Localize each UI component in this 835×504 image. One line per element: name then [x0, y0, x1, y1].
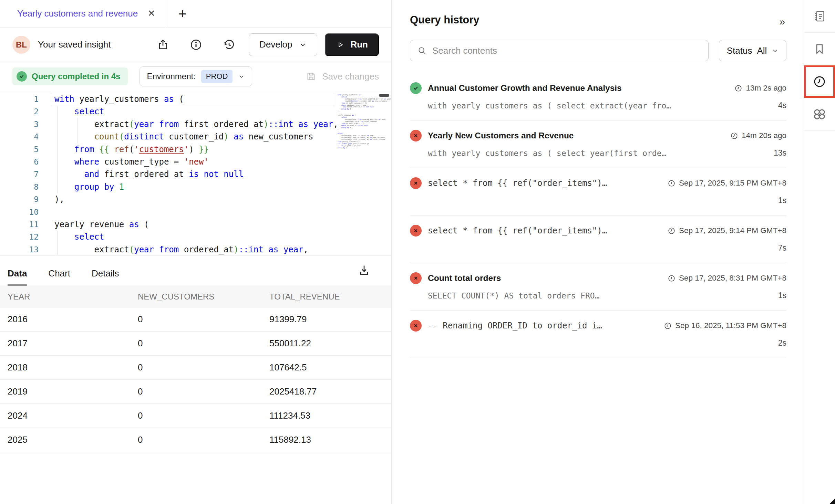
history-item-duration: 7s — [778, 243, 786, 253]
environment-value-badge: PROD — [201, 70, 233, 83]
code-text: select — [54, 231, 104, 243]
download-icon[interactable] — [358, 264, 371, 277]
sidebar-item-query-history[interactable] — [804, 65, 835, 98]
editor-line[interactable]: 5 from {{ ref('customers') }} — [0, 143, 391, 156]
table-row[interactable]: 20250115892.13 — [0, 428, 391, 452]
search-box[interactable] — [410, 40, 709, 61]
code-text: and first_ordered_at is not null — [54, 168, 244, 180]
table-row[interactable]: 20180107642.5 — [0, 356, 391, 380]
editor-line[interactable]: 13 extract(year from ordered_at)::int as… — [0, 243, 391, 255]
history-item-title: select * from {{ ref("order_items")… — [428, 226, 661, 235]
table-cell: 0 — [138, 314, 269, 325]
save-icon — [306, 71, 317, 82]
history-item[interactable]: Count total ordersSep 17, 2025, 8:31 PM … — [410, 263, 786, 311]
query-history-panel: Query history » Status All Annual Custom… — [392, 0, 803, 504]
resize-grip[interactable] — [829, 498, 835, 504]
tab-bar: Yearly customers and revenue ✕ + — [0, 0, 391, 28]
line-number: 6 — [0, 156, 39, 168]
editor-line[interactable]: 2 select — [0, 105, 391, 118]
sidebar-item-bookmarks[interactable] — [804, 33, 835, 65]
line-number: 13 — [0, 243, 39, 255]
panel-title: Query history — [410, 14, 786, 26]
bookmark-icon — [813, 42, 826, 55]
history-item-title: -- Renaming ORDER_ID to order_id i… — [428, 321, 658, 330]
history-item-row: Yearly New Customers and Revenue14m 20s … — [410, 130, 786, 141]
code-text: ), — [54, 193, 64, 206]
results-tab-bar: DataChartDetails — [0, 255, 391, 286]
editor-line[interactable]: 9), — [0, 193, 391, 206]
history-item-row: Annual Customer Growth and Revenue Analy… — [410, 82, 786, 94]
history-item[interactable]: Yearly New Customers and Revenue14m 20s … — [410, 120, 786, 168]
editor-line[interactable]: 6 where customer_type = 'new' — [0, 156, 391, 168]
tab-details[interactable]: Details — [92, 268, 119, 286]
sidebar-item-notebook[interactable] — [804, 0, 835, 33]
history-item-query-preview: with yearly_customers as ( select extrac… — [428, 101, 778, 110]
history-item[interactable]: -- Renaming ORDER_ID to order_id i…Sep 1… — [410, 311, 786, 358]
history-item[interactable]: select * from {{ ref("order_items")…Sep … — [410, 216, 786, 263]
timestamp-text: Sep 16, 2025, 11:53 PM GMT+8 — [675, 321, 786, 330]
table-row[interactable]: 2016091399.79 — [0, 307, 391, 332]
share-icon[interactable] — [156, 38, 169, 51]
table-cell: 111234.53 — [269, 410, 391, 421]
editor-line[interactable]: 10 — [0, 206, 391, 218]
table-row[interactable]: 20240111234.53 — [0, 404, 391, 428]
table-cell: 115892.13 — [269, 434, 391, 445]
column-header: TOTAL_REVENUE — [269, 292, 391, 302]
timestamp-text: 13m 2s ago — [746, 84, 786, 93]
history-item-row: 2s — [410, 338, 786, 348]
history-item[interactable]: select * from {{ ref("order_items")…Sep … — [410, 168, 786, 216]
sql-code-editor[interactable]: 1with yearly_customers as (2 select3 ext… — [0, 91, 391, 255]
code-text: yearly_revenue as ( — [54, 218, 149, 231]
editor-line[interactable]: 11yearly_revenue as ( — [0, 218, 391, 231]
environment-select[interactable]: Environment: PROD — [140, 66, 252, 86]
editor-minimap[interactable]: with yearly_customers as ( select extrac… — [338, 94, 380, 149]
tab-chart[interactable]: Chart — [48, 268, 70, 286]
notebook-icon — [813, 9, 826, 23]
indent-guide — [57, 231, 58, 255]
code-text: from {{ ref('customers') }} — [54, 143, 209, 156]
develop-button[interactable]: Develop — [249, 33, 317, 56]
line-number: 4 — [0, 130, 39, 143]
editor-line[interactable]: 12 select — [0, 231, 391, 243]
table-cell: 550011.22 — [269, 338, 391, 349]
status-filter-dropdown[interactable]: Status All — [719, 40, 786, 61]
table-row[interactable]: 20170550011.22 — [0, 332, 391, 356]
develop-label: Develop — [259, 39, 292, 50]
tab-close-icon[interactable]: ✕ — [147, 9, 155, 18]
editor-line[interactable]: 3 extract(year from first_ordered_at)::i… — [0, 118, 391, 130]
code-text: where customer_type = 'new' — [54, 156, 209, 168]
info-icon[interactable] — [189, 38, 203, 51]
table-row[interactable]: 201902025418.77 — [0, 380, 391, 404]
history-item-duration: 1s — [778, 196, 786, 205]
version-history-icon[interactable] — [223, 38, 236, 51]
sidebar-item-lineage[interactable] — [804, 98, 835, 131]
editor-line[interactable]: 4 count(distinct customer_id) as new_cus… — [0, 130, 391, 143]
editor-scrollbar-thumb[interactable] — [379, 94, 389, 97]
search-input[interactable] — [432, 45, 701, 56]
history-item-duration: 4s — [778, 101, 786, 110]
status-filter-label: Status — [727, 45, 752, 56]
indent-guide — [57, 106, 58, 193]
table-cell: 2025 — [8, 434, 138, 445]
save-changes-button[interactable]: Save changes — [306, 71, 379, 82]
search-icon — [417, 46, 427, 55]
chevron-down-icon — [299, 41, 307, 49]
editor-line[interactable]: 1with yearly_customers as ( — [0, 93, 391, 105]
collapse-panel-icon[interactable]: » — [779, 17, 785, 27]
history-item[interactable]: Annual Customer Growth and Revenue Analy… — [410, 73, 786, 120]
line-number: 3 — [0, 118, 39, 130]
history-item-timestamp: 14m 20s ago — [730, 131, 786, 140]
editor-line[interactable]: 7 and first_ordered_at is not null — [0, 168, 391, 180]
history-item-title: Yearly New Customers and Revenue — [428, 131, 724, 140]
table-cell: 2024 — [8, 410, 138, 421]
editor-line[interactable]: 8 group by 1 — [0, 181, 391, 193]
play-icon — [336, 40, 345, 49]
table-header: YEARNEW_CUSTOMERSTOTAL_REVENUE — [0, 286, 391, 307]
new-tab-button[interactable]: + — [178, 7, 186, 21]
insight-header: BL Your saved insight Develop Run — [0, 28, 391, 62]
run-button[interactable]: Run — [325, 33, 379, 56]
tab-yearly-customers[interactable]: Yearly customers and revenue ✕ — [0, 0, 168, 27]
history-item-row: select * from {{ ref("order_items")…Sep … — [410, 225, 786, 237]
line-number: 9 — [0, 193, 39, 206]
tab-data[interactable]: Data — [8, 268, 27, 286]
